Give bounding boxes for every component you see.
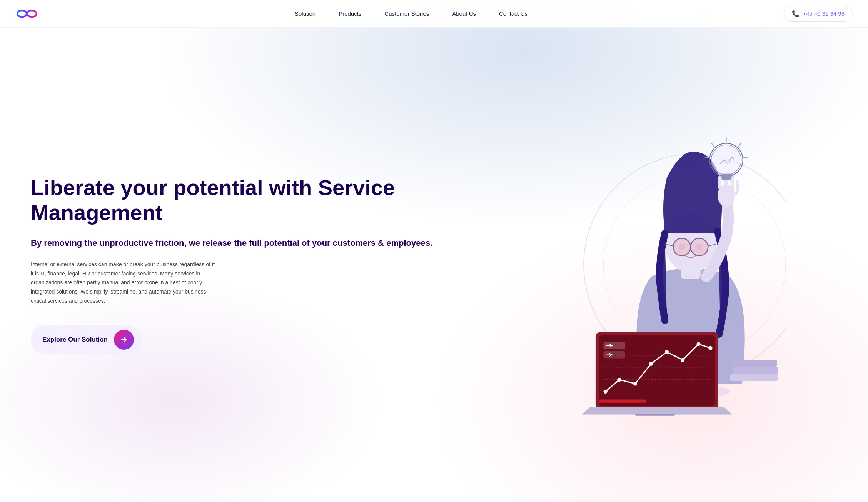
svg-point-0: [17, 10, 27, 17]
nav-item-products[interactable]: Products: [339, 10, 361, 17]
svg-point-33: [708, 346, 712, 350]
hero-subhead: By removing the unproductive friction, w…: [31, 237, 447, 249]
hero-content: Liberate your potential with Service Man…: [0, 152, 477, 377]
svg-point-9: [679, 244, 685, 250]
phone-button[interactable]: 📞 +45 40 31 34 98: [784, 6, 853, 22]
phone-number: +45 40 31 34 98: [803, 10, 845, 17]
svg-rect-39: [733, 367, 778, 374]
svg-point-13: [711, 145, 741, 175]
svg-rect-36: [599, 400, 646, 403]
svg-point-32: [696, 342, 700, 346]
svg-point-27: [618, 378, 621, 382]
hero-illustration: [434, 28, 868, 502]
hero-headline: Liberate your potential with Service Man…: [31, 175, 447, 225]
svg-point-29: [649, 362, 653, 366]
svg-line-18: [711, 143, 714, 147]
svg-rect-37: [635, 414, 675, 416]
svg-rect-38: [730, 374, 778, 381]
svg-line-17: [738, 143, 741, 147]
svg-rect-14: [721, 174, 732, 177]
nav-item-customer-stories[interactable]: Customer Stories: [384, 10, 429, 17]
nav-item-about-us[interactable]: About Us: [452, 10, 476, 17]
logo[interactable]: [15, 6, 38, 22]
nav-links: Solution Products Customer Stories About…: [295, 10, 527, 17]
svg-point-28: [633, 382, 637, 385]
svg-line-19: [743, 157, 748, 158]
svg-rect-40: [730, 360, 777, 367]
phone-icon: 📞: [792, 10, 800, 17]
svg-point-10: [696, 244, 702, 250]
hero-section: Liberate your potential with Service Man…: [0, 0, 868, 502]
svg-point-1: [27, 10, 37, 17]
cta-wrap: Explore Our Solution: [31, 325, 447, 354]
arrow-icon: [114, 330, 134, 350]
svg-point-26: [603, 390, 607, 394]
explore-solution-button[interactable]: Explore Our Solution: [31, 325, 142, 354]
cta-label: Explore Our Solution: [42, 336, 108, 344]
svg-point-30: [665, 350, 669, 354]
nav-item-contact-us[interactable]: Contact Us: [499, 10, 527, 17]
hero-body: Internal or external services can make o…: [31, 260, 215, 306]
svg-rect-15: [721, 177, 731, 180]
main-nav: Solution Products Customer Stories About…: [0, 0, 868, 28]
svg-point-31: [681, 358, 684, 362]
nav-item-solution[interactable]: Solution: [295, 10, 315, 17]
